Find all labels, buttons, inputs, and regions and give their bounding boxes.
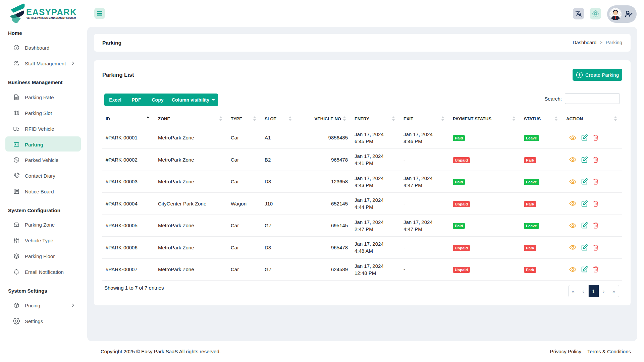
svg-text:VEHICLE PARKING MANAGEMENT SYS: VEHICLE PARKING MANAGEMENT SYSTEM — [26, 17, 76, 19]
svg-text:EASYPARK: EASYPARK — [26, 7, 77, 17]
